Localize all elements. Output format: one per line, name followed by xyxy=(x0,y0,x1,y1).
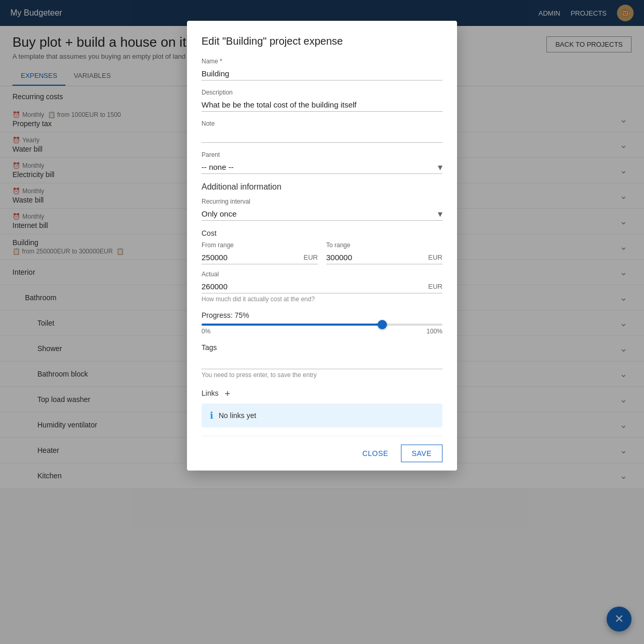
actual-hint: How much did it actually cost at the end… xyxy=(202,296,442,303)
parent-select[interactable]: -- none -- xyxy=(202,160,442,174)
from-range-currency: EUR xyxy=(302,253,318,261)
links-label: Links xyxy=(202,389,219,397)
no-links-box: ℹ No links yet xyxy=(202,404,442,427)
tags-section: Tags You need to press enter, to save th… xyxy=(202,343,442,379)
links-section: Links ＋ ℹ No links yet xyxy=(202,387,442,427)
modal-actions: CLOSE SAVE xyxy=(202,436,442,471)
to-range-field: To range EUR xyxy=(326,242,442,264)
save-button[interactable]: SAVE xyxy=(401,445,442,462)
additional-info-header: Additional information xyxy=(202,182,442,192)
progress-min-label: 0% xyxy=(202,328,210,335)
recurring-interval-select-wrap: Only once Monthly Yearly ▾ xyxy=(202,207,442,221)
close-button[interactable]: CLOSE xyxy=(354,445,397,462)
note-field-group: Note xyxy=(202,120,442,143)
name-label: Name * xyxy=(202,58,442,65)
info-icon: ℹ xyxy=(210,410,213,421)
progress-section: Progress: 75% 0% 100% xyxy=(202,311,442,335)
links-header: Links ＋ xyxy=(202,387,442,399)
recurring-interval-label: Recurring interval xyxy=(202,198,442,205)
progress-label: Progress: 75% xyxy=(202,311,442,319)
progress-bar-wrap xyxy=(202,324,442,326)
from-range-field: From range EUR xyxy=(202,242,318,264)
progress-track xyxy=(202,324,442,326)
tags-label: Tags xyxy=(202,343,442,352)
actual-label: Actual xyxy=(202,271,442,278)
parent-select-wrap: -- none -- ▾ xyxy=(202,160,442,174)
actual-currency: EUR xyxy=(426,283,442,290)
name-input[interactable] xyxy=(202,67,442,81)
to-range-input[interactable] xyxy=(326,251,426,264)
from-range-input[interactable] xyxy=(202,251,302,264)
progress-fill xyxy=(202,324,382,326)
to-range-label: To range xyxy=(326,242,442,249)
edit-expense-modal: Edit "Building" project expense Name * D… xyxy=(187,21,457,471)
tags-input[interactable] xyxy=(202,356,442,369)
to-range-currency: EUR xyxy=(426,253,442,261)
actual-input-wrap: EUR xyxy=(202,280,442,293)
description-input[interactable] xyxy=(202,98,442,112)
description-label: Description xyxy=(202,89,442,96)
parent-field-group: Parent -- none -- ▾ xyxy=(202,151,442,174)
from-range-input-wrap: EUR xyxy=(202,251,318,264)
note-input[interactable] xyxy=(202,129,442,143)
to-range-input-wrap: EUR xyxy=(326,251,442,264)
cost-row: From range EUR To range EUR xyxy=(202,242,442,264)
actual-input[interactable] xyxy=(202,280,426,293)
progress-max-label: 100% xyxy=(426,328,442,335)
recurring-interval-select[interactable]: Only once Monthly Yearly xyxy=(202,207,442,221)
modal-title: Edit "Building" project expense xyxy=(202,35,442,47)
description-field-group: Description xyxy=(202,89,442,112)
add-link-button[interactable]: ＋ xyxy=(223,387,232,399)
recurring-interval-group: Recurring interval Only once Monthly Yea… xyxy=(202,198,442,221)
actual-field-group: Actual EUR How much did it actually cost… xyxy=(202,271,442,303)
from-range-label: From range xyxy=(202,242,318,249)
modal-overlay[interactable]: Edit "Building" project expense Name * D… xyxy=(0,0,644,489)
tags-hint: You need to press enter, to save the ent… xyxy=(202,371,442,379)
progress-range-labels: 0% 100% xyxy=(202,328,442,335)
progress-thumb[interactable] xyxy=(378,320,387,329)
name-field-group: Name * xyxy=(202,58,442,81)
no-links-text: No links yet xyxy=(219,411,256,420)
cost-section-label: Cost xyxy=(202,229,442,237)
parent-label: Parent xyxy=(202,151,442,158)
note-label: Note xyxy=(202,120,442,127)
